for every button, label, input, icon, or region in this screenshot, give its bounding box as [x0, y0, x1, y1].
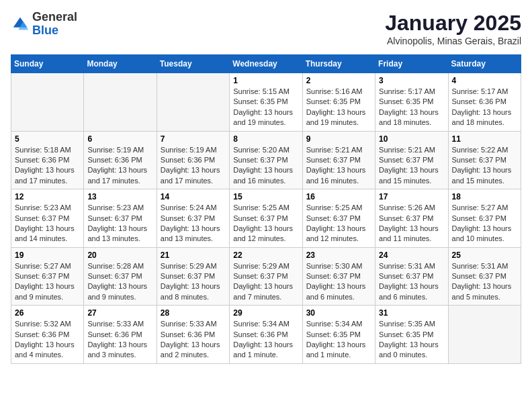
day-info: Sunrise: 5:27 AM Sunset: 6:37 PM Dayligh…: [15, 261, 80, 303]
day-number: 5: [15, 134, 80, 144]
day-info: Sunrise: 5:23 AM Sunset: 6:37 PM Dayligh…: [15, 203, 80, 244]
calendar-cell: 26Sunrise: 5:32 AM Sunset: 6:36 PM Dayli…: [11, 306, 84, 364]
day-info: Sunrise: 5:20 AM Sunset: 6:37 PM Dayligh…: [233, 145, 298, 187]
calendar-cell: [11, 73, 84, 132]
page-header: General Blue January 2025 Alvinopolis, M…: [11, 11, 521, 46]
day-info: Sunrise: 5:34 AM Sunset: 6:35 PM Dayligh…: [306, 319, 371, 361]
day-number: 4: [452, 76, 517, 85]
calendar-cell: 10Sunrise: 5:21 AM Sunset: 6:37 PM Dayli…: [375, 131, 448, 189]
day-number: 31: [379, 308, 444, 318]
day-number: 19: [15, 250, 80, 260]
logo: General Blue: [11, 11, 77, 38]
weekday-header: Tuesday: [157, 55, 229, 73]
calendar-cell: 8Sunrise: 5:20 AM Sunset: 6:37 PM Daylig…: [230, 131, 302, 189]
day-number: 17: [379, 192, 444, 201]
day-info: Sunrise: 5:21 AM Sunset: 6:37 PM Dayligh…: [306, 145, 371, 187]
calendar-cell: 13Sunrise: 5:23 AM Sunset: 6:37 PM Dayli…: [84, 189, 157, 248]
day-info: Sunrise: 5:35 AM Sunset: 6:35 PM Dayligh…: [379, 319, 444, 361]
day-info: Sunrise: 5:34 AM Sunset: 6:36 PM Dayligh…: [233, 319, 298, 361]
month-title: January 2025: [385, 11, 521, 36]
calendar-cell: 7Sunrise: 5:19 AM Sunset: 6:36 PM Daylig…: [157, 131, 229, 189]
calendar-cell: 31Sunrise: 5:35 AM Sunset: 6:35 PM Dayli…: [375, 306, 448, 364]
calendar-week-row: 5Sunrise: 5:18 AM Sunset: 6:36 PM Daylig…: [11, 131, 521, 189]
day-number: 23: [306, 250, 371, 260]
day-number: 20: [87, 250, 152, 260]
location-subtitle: Alvinopolis, Minas Gerais, Brazil: [385, 36, 521, 46]
calendar-cell: 14Sunrise: 5:24 AM Sunset: 6:37 PM Dayli…: [157, 189, 229, 248]
day-info: Sunrise: 5:23 AM Sunset: 6:37 PM Dayligh…: [87, 203, 152, 244]
title-block: January 2025 Alvinopolis, Minas Gerais, …: [385, 11, 521, 46]
day-number: 7: [161, 134, 226, 144]
day-number: 21: [161, 250, 226, 260]
day-info: Sunrise: 5:26 AM Sunset: 6:37 PM Dayligh…: [379, 203, 444, 244]
calendar-cell: 2Sunrise: 5:16 AM Sunset: 6:35 PM Daylig…: [302, 73, 375, 132]
calendar-cell: [157, 73, 229, 132]
logo-icon: [11, 15, 30, 34]
calendar-cell: 12Sunrise: 5:23 AM Sunset: 6:37 PM Dayli…: [11, 189, 84, 248]
calendar-week-row: 12Sunrise: 5:23 AM Sunset: 6:37 PM Dayli…: [11, 189, 521, 248]
day-number: 16: [306, 192, 371, 201]
day-info: Sunrise: 5:29 AM Sunset: 6:37 PM Dayligh…: [161, 261, 226, 303]
day-number: 14: [161, 192, 226, 201]
day-info: Sunrise: 5:27 AM Sunset: 6:37 PM Dayligh…: [452, 203, 517, 244]
weekday-header: Sunday: [11, 55, 84, 73]
calendar-cell: 27Sunrise: 5:33 AM Sunset: 6:36 PM Dayli…: [84, 306, 157, 364]
day-info: Sunrise: 5:17 AM Sunset: 6:36 PM Dayligh…: [452, 87, 517, 128]
day-info: Sunrise: 5:21 AM Sunset: 6:37 PM Dayligh…: [379, 145, 444, 187]
calendar-cell: 22Sunrise: 5:29 AM Sunset: 6:37 PM Dayli…: [230, 247, 302, 306]
calendar-cell: 30Sunrise: 5:34 AM Sunset: 6:35 PM Dayli…: [302, 306, 375, 364]
calendar-cell: 23Sunrise: 5:30 AM Sunset: 6:37 PM Dayli…: [302, 247, 375, 306]
day-info: Sunrise: 5:22 AM Sunset: 6:37 PM Dayligh…: [452, 145, 517, 187]
calendar-cell: 9Sunrise: 5:21 AM Sunset: 6:37 PM Daylig…: [302, 131, 375, 189]
calendar-cell: 21Sunrise: 5:29 AM Sunset: 6:37 PM Dayli…: [157, 247, 229, 306]
calendar-week-row: 26Sunrise: 5:32 AM Sunset: 6:36 PM Dayli…: [11, 306, 521, 364]
calendar-week-row: 19Sunrise: 5:27 AM Sunset: 6:37 PM Dayli…: [11, 247, 521, 306]
day-number: 6: [87, 134, 152, 144]
calendar-cell: 29Sunrise: 5:34 AM Sunset: 6:36 PM Dayli…: [230, 306, 302, 364]
calendar-cell: 25Sunrise: 5:31 AM Sunset: 6:37 PM Dayli…: [448, 247, 521, 306]
day-number: 1: [233, 76, 298, 85]
day-info: Sunrise: 5:19 AM Sunset: 6:36 PM Dayligh…: [87, 145, 152, 187]
weekday-header-row: SundayMondayTuesdayWednesdayThursdayFrid…: [11, 55, 521, 73]
day-info: Sunrise: 5:16 AM Sunset: 6:35 PM Dayligh…: [306, 87, 371, 128]
calendar-table: SundayMondayTuesdayWednesdayThursdayFrid…: [11, 54, 521, 364]
day-number: 18: [452, 192, 517, 201]
day-number: 15: [233, 192, 298, 201]
day-info: Sunrise: 5:29 AM Sunset: 6:37 PM Dayligh…: [233, 261, 298, 303]
day-number: 2: [306, 76, 371, 85]
calendar-week-row: 1Sunrise: 5:15 AM Sunset: 6:35 PM Daylig…: [11, 73, 521, 132]
day-info: Sunrise: 5:15 AM Sunset: 6:35 PM Dayligh…: [233, 87, 298, 128]
weekday-header: Saturday: [448, 55, 521, 73]
calendar-cell: 3Sunrise: 5:17 AM Sunset: 6:35 PM Daylig…: [375, 73, 448, 132]
calendar-cell: [84, 73, 157, 132]
calendar-cell: 20Sunrise: 5:28 AM Sunset: 6:37 PM Dayli…: [84, 247, 157, 306]
calendar-cell: 17Sunrise: 5:26 AM Sunset: 6:37 PM Dayli…: [375, 189, 448, 248]
day-info: Sunrise: 5:30 AM Sunset: 6:37 PM Dayligh…: [306, 261, 371, 303]
day-number: 25: [452, 250, 517, 260]
weekday-header: Monday: [84, 55, 157, 73]
day-info: Sunrise: 5:33 AM Sunset: 6:36 PM Dayligh…: [87, 319, 152, 361]
day-info: Sunrise: 5:19 AM Sunset: 6:36 PM Dayligh…: [161, 145, 226, 187]
day-info: Sunrise: 5:18 AM Sunset: 6:36 PM Dayligh…: [15, 145, 80, 187]
calendar-cell: 11Sunrise: 5:22 AM Sunset: 6:37 PM Dayli…: [448, 131, 521, 189]
calendar-cell: 15Sunrise: 5:25 AM Sunset: 6:37 PM Dayli…: [230, 189, 302, 248]
day-number: 13: [87, 192, 152, 201]
day-number: 8: [233, 134, 298, 144]
weekday-header: Wednesday: [230, 55, 302, 73]
day-info: Sunrise: 5:25 AM Sunset: 6:37 PM Dayligh…: [306, 203, 371, 244]
weekday-header: Thursday: [302, 55, 375, 73]
day-number: 12: [15, 192, 80, 201]
day-info: Sunrise: 5:31 AM Sunset: 6:37 PM Dayligh…: [379, 261, 444, 303]
day-number: 26: [15, 308, 80, 318]
calendar-cell: 24Sunrise: 5:31 AM Sunset: 6:37 PM Dayli…: [375, 247, 448, 306]
day-info: Sunrise: 5:31 AM Sunset: 6:37 PM Dayligh…: [452, 261, 517, 303]
calendar-cell: [448, 306, 521, 364]
calendar-cell: 18Sunrise: 5:27 AM Sunset: 6:37 PM Dayli…: [448, 189, 521, 248]
logo-text: General Blue: [32, 11, 77, 38]
day-number: 3: [379, 76, 444, 85]
day-number: 29: [233, 308, 298, 318]
day-info: Sunrise: 5:17 AM Sunset: 6:35 PM Dayligh…: [379, 87, 444, 128]
day-number: 28: [161, 308, 226, 318]
calendar-cell: 16Sunrise: 5:25 AM Sunset: 6:37 PM Dayli…: [302, 189, 375, 248]
day-info: Sunrise: 5:33 AM Sunset: 6:36 PM Dayligh…: [161, 319, 226, 361]
